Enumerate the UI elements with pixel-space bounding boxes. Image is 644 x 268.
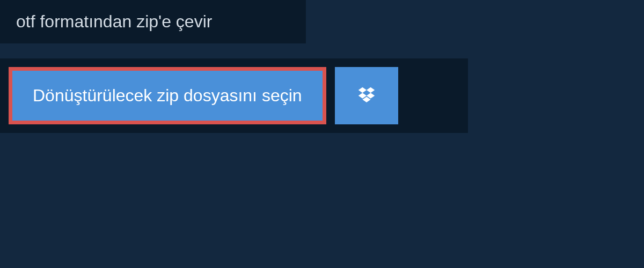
- select-file-button[interactable]: Dönüştürülecek zip dosyasını seçin: [9, 67, 326, 124]
- select-file-label: Dönüştürülecek zip dosyasını seçin: [33, 86, 302, 106]
- upload-panel: Dönüştürülecek zip dosyasını seçin: [0, 58, 468, 133]
- page-title-tab: otf formatından zip'e çevir: [0, 0, 306, 43]
- page-title: otf formatından zip'e çevir: [16, 12, 212, 31]
- dropbox-icon: [356, 86, 377, 106]
- dropbox-button[interactable]: [335, 67, 398, 124]
